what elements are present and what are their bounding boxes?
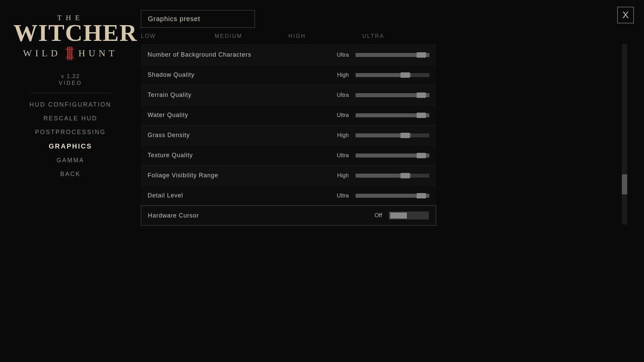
- setting-name: Hardware Cursor: [148, 212, 355, 219]
- setting-name: Water Quality: [148, 112, 322, 119]
- setting-value: High: [322, 132, 349, 139]
- setting-name: Foliage Visibility Range: [148, 172, 322, 179]
- setting-row[interactable]: Shadow QualityHigh: [141, 65, 436, 85]
- setting-name: Number of Background Characters: [148, 51, 322, 58]
- nav-item-hud-configuration[interactable]: HUD CONFIGURATION: [30, 100, 112, 110]
- sidebar: THE WITCHER WILD HUNT v 1.22 VIDEO HUD C…: [0, 0, 141, 362]
- slider-track: [356, 133, 429, 137]
- slider-track: [356, 174, 429, 178]
- logo-wild: WILD: [23, 48, 61, 59]
- setting-name: Grass Density: [148, 132, 322, 139]
- quality-level-ultra[interactable]: ULTRA: [362, 33, 436, 39]
- scrollbar-thumb[interactable]: [622, 174, 627, 194]
- close-x-label: X: [623, 10, 629, 20]
- preset-label: Graphics preset: [148, 15, 200, 22]
- setting-name: Terrain Quality: [148, 92, 322, 99]
- nav-item-graphics[interactable]: GRAPHICS: [49, 141, 92, 152]
- logo-container: THE WITCHER WILD HUNT: [13, 13, 127, 61]
- setting-name: Detail Level: [148, 192, 322, 199]
- logo-hunt: HUNT: [78, 48, 118, 59]
- version-text: v 1.22: [61, 73, 80, 79]
- sidebar-divider: [30, 93, 111, 93]
- slider-thumb[interactable]: [400, 72, 410, 78]
- toggle-control[interactable]: [389, 212, 429, 220]
- quality-level-low[interactable]: LOW: [141, 33, 215, 39]
- slider-thumb[interactable]: [417, 153, 426, 158]
- nav-item-gamma[interactable]: GAMMA: [56, 156, 84, 165]
- settings-list: Number of Background CharactersUltraShad…: [141, 45, 436, 226]
- nav-menu: HUD CONFIGURATION RESCALE HUD POSTPROCES…: [0, 100, 141, 179]
- slider-thumb[interactable]: [417, 193, 426, 198]
- setting-row[interactable]: Texture QualityUltra: [141, 145, 436, 165]
- setting-name: Texture Quality: [148, 152, 322, 159]
- slider-container[interactable]: [356, 93, 429, 97]
- close-button[interactable]: X: [617, 7, 634, 23]
- toggle-thumb: [390, 213, 407, 219]
- nav-item-back[interactable]: BACK: [60, 169, 80, 179]
- logo-wild-hunt-row: WILD HUNT: [13, 45, 127, 61]
- setting-name: Shadow Quality: [148, 71, 322, 78]
- quality-levels-row: LOW MEDIUM HIGH ULTRA: [141, 28, 436, 45]
- quality-level-medium[interactable]: MEDIUM: [215, 33, 288, 39]
- slider-container[interactable]: [356, 133, 429, 137]
- slider-container[interactable]: [356, 113, 429, 117]
- slider-container[interactable]: [356, 194, 429, 198]
- main-content: Graphics preset LOW MEDIUM HIGH ULTRA Nu…: [141, 10, 443, 226]
- setting-row[interactable]: Foliage Visibility RangeHigh: [141, 165, 436, 185]
- setting-value: Ultra: [322, 192, 349, 199]
- setting-value: High: [322, 72, 349, 78]
- setting-value: Ultra: [322, 152, 349, 159]
- setting-row[interactable]: Hardware CursorOff: [141, 205, 436, 226]
- slider-container[interactable]: [356, 73, 429, 77]
- logo-witcher: WITCHER: [13, 22, 127, 44]
- setting-row[interactable]: Number of Background CharactersUltra: [141, 45, 436, 65]
- slider-thumb[interactable]: [400, 133, 410, 138]
- setting-value: High: [322, 172, 349, 179]
- slider-track: [356, 73, 429, 77]
- nav-item-postprocessing[interactable]: POSTPROCESSING: [35, 127, 106, 137]
- setting-value: Ultra: [322, 112, 349, 119]
- setting-row[interactable]: Grass DensityHigh: [141, 125, 436, 145]
- scrollbar[interactable]: [622, 44, 627, 225]
- slider-thumb[interactable]: [417, 52, 426, 58]
- preset-header: Graphics preset: [141, 10, 255, 28]
- setting-value: Off: [355, 212, 382, 219]
- video-section-label: VIDEO: [59, 80, 82, 86]
- quality-level-high[interactable]: HIGH: [288, 33, 362, 39]
- setting-value: Ultra: [322, 52, 349, 58]
- slider-thumb[interactable]: [417, 113, 426, 118]
- slider-container[interactable]: [356, 53, 429, 57]
- nav-item-rescale-hud[interactable]: RESCALE HUD: [43, 114, 97, 123]
- setting-value: Ultra: [322, 92, 349, 99]
- slider-thumb[interactable]: [400, 173, 410, 178]
- slider-container[interactable]: [356, 154, 429, 158]
- setting-row[interactable]: Terrain QualityUltra: [141, 85, 436, 105]
- medallion-icon: [64, 45, 76, 61]
- setting-row[interactable]: Water QualityUltra: [141, 105, 436, 125]
- slider-thumb[interactable]: [417, 93, 426, 98]
- slider-container[interactable]: [356, 174, 429, 178]
- setting-row[interactable]: Detail LevelUltra: [141, 185, 436, 205]
